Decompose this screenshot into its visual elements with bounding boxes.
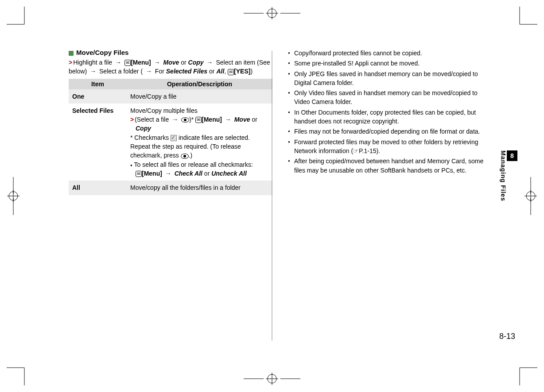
sel-or: or bbox=[250, 116, 257, 123]
mail-softkey-icon: ✉ bbox=[136, 171, 142, 177]
cell-item-all: All bbox=[69, 181, 127, 195]
instr-yes: [YES] bbox=[234, 68, 250, 75]
th-item: Item bbox=[69, 79, 127, 89]
list-item: Files may not be forwarded/copied depend… bbox=[288, 127, 492, 136]
bullet-a: To select all files or release all check… bbox=[134, 161, 253, 168]
left-column: Move/Copy Files >Highlight a file → ✉[Me… bbox=[69, 49, 272, 195]
th-op: Operation/Description bbox=[127, 79, 272, 89]
uncheck-all: Uncheck All bbox=[211, 170, 247, 177]
section-title-text: Move/Copy Files bbox=[76, 49, 128, 56]
cell-item-selected: Selected Files bbox=[69, 104, 127, 181]
section-marker-icon bbox=[69, 51, 74, 56]
list-item: After being copied/moved between handset… bbox=[288, 157, 492, 175]
arrow-icon: → bbox=[165, 170, 171, 177]
right-column: Copy/forward protected files cannot be c… bbox=[288, 49, 492, 195]
note-c: .) bbox=[189, 152, 193, 159]
cell-item-one: One bbox=[69, 89, 127, 104]
list-item: Some pre-installed S! Appli cannot be mo… bbox=[288, 59, 492, 68]
sel-a: (Select a file bbox=[135, 116, 169, 123]
step-chevron-icon: > bbox=[69, 59, 72, 66]
instruction-line: >Highlight a file → ✉[Menu] → Move or Co… bbox=[69, 58, 272, 76]
instr-move: Move bbox=[163, 59, 179, 66]
chapter-label: Managing Files bbox=[500, 150, 507, 201]
cell-op-all: Move/copy all the folders/files in a fol… bbox=[127, 181, 272, 195]
arrow-icon: → bbox=[154, 59, 160, 66]
arrow-icon: → bbox=[90, 68, 96, 75]
sel-move: Move bbox=[234, 116, 250, 123]
arrow-icon: → bbox=[172, 116, 178, 123]
list-item: In Other Documents folder, copy protecte… bbox=[288, 108, 492, 126]
sel-or2: or bbox=[202, 170, 211, 177]
chapter-number: 8 bbox=[507, 150, 517, 161]
table-row: All Move/copy all the folders/files in a… bbox=[69, 181, 272, 195]
bullet-menu: [Menu] bbox=[142, 170, 162, 177]
table-row: One Move/Copy a file bbox=[69, 89, 272, 104]
instr-close: ) bbox=[250, 68, 253, 75]
instr-p3: Select a folder ( bbox=[99, 68, 143, 75]
instr-or2: or bbox=[207, 68, 216, 75]
sel-menu: [Menu] bbox=[202, 116, 222, 123]
instr-or1: or bbox=[179, 59, 188, 66]
check-all: Check All bbox=[175, 170, 202, 177]
checkmark-icon bbox=[171, 135, 177, 141]
instr-p1: Highlight a file bbox=[73, 59, 112, 66]
cell-op-selected: Move/Copy multiple files >(Select a file… bbox=[127, 104, 272, 181]
sel-copy: Copy bbox=[136, 125, 151, 132]
list-item: Copy/forward protected files cannot be c… bbox=[288, 49, 492, 58]
chapter-side-tab: 8 Managing Files bbox=[500, 150, 517, 201]
selected-line1: Move/Copy multiple files bbox=[130, 106, 269, 115]
instr-comma: , bbox=[224, 68, 228, 75]
mail-softkey-icon: ✉ bbox=[124, 60, 131, 66]
cell-op-one: Move/Copy a file bbox=[127, 89, 272, 104]
notes-list: Copy/forward protected files cannot be c… bbox=[288, 49, 492, 175]
list-item: Forward protected files may be moved to … bbox=[288, 138, 492, 156]
instr-all: All bbox=[216, 68, 224, 75]
bullet-icon: ● bbox=[130, 163, 132, 167]
arrow-icon: → bbox=[207, 59, 213, 66]
arrow-icon: → bbox=[115, 59, 121, 66]
arrow-icon: → bbox=[146, 68, 152, 75]
note-a: * Checkmarks bbox=[130, 134, 171, 141]
svg-point-14 bbox=[268, 374, 276, 383]
instr-for: For bbox=[153, 68, 166, 75]
center-key-icon bbox=[181, 154, 189, 159]
sel-b: )* bbox=[189, 116, 194, 123]
page-number: 8-13 bbox=[499, 332, 515, 341]
instr-selected-files: Selected Files bbox=[166, 68, 207, 75]
section-heading: Move/Copy Files bbox=[69, 49, 272, 56]
instr-copy: Copy bbox=[188, 59, 204, 66]
operations-table: Item Operation/Description One Move/Copy… bbox=[69, 79, 272, 195]
table-row: Selected Files Move/Copy multiple files … bbox=[69, 104, 272, 181]
mail-softkey-icon: ✉ bbox=[228, 69, 234, 75]
instr-menu: [Menu] bbox=[131, 59, 151, 66]
step-chevron-icon: > bbox=[130, 116, 134, 123]
center-key-icon bbox=[181, 117, 189, 123]
list-item: Only Video files saved in handset memory… bbox=[288, 88, 492, 107]
mail-softkey-icon: ✉ bbox=[195, 117, 202, 123]
arrow-icon: → bbox=[225, 116, 231, 123]
list-item: Only JPEG files saved in handset memory … bbox=[288, 69, 492, 88]
